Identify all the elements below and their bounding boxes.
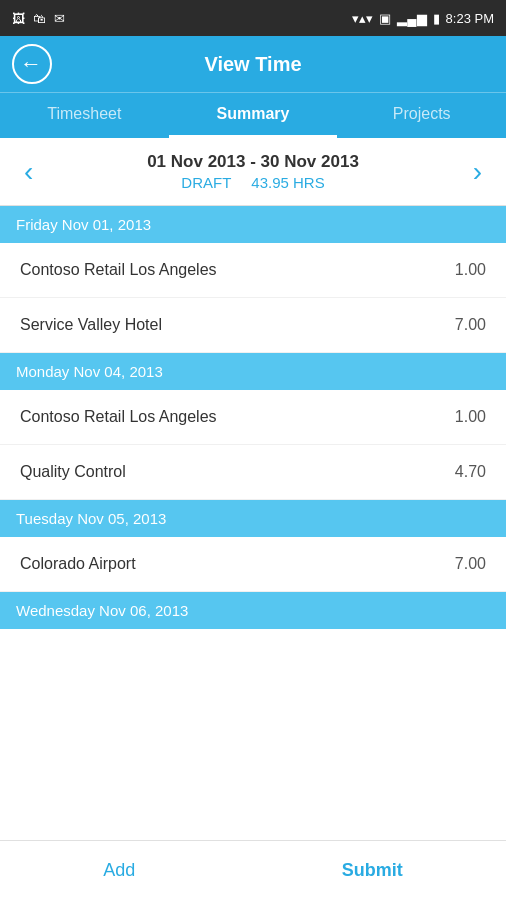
entry-name: Contoso Retail Los Angeles bbox=[20, 408, 217, 426]
tab-summary[interactable]: Summary bbox=[169, 93, 338, 138]
day-header: Friday Nov 01, 2013 bbox=[0, 206, 506, 243]
image-icon: 🖼 bbox=[12, 11, 25, 26]
entry-row[interactable]: Quality Control 4.70 bbox=[0, 445, 506, 500]
entry-hours: 7.00 bbox=[455, 555, 486, 573]
battery-icon: ▮ bbox=[433, 11, 440, 26]
date-range: 01 Nov 2013 - 30 Nov 2013 bbox=[147, 152, 359, 172]
sim-icon: ▣ bbox=[379, 11, 391, 26]
entry-name: Service Valley Hotel bbox=[20, 316, 162, 334]
entry-hours: 1.00 bbox=[455, 408, 486, 426]
day-header: Tuesday Nov 05, 2013 bbox=[0, 500, 506, 537]
back-button[interactable]: ← bbox=[12, 44, 52, 84]
entry-name: Colorado Airport bbox=[20, 555, 136, 573]
time-list: Friday Nov 01, 2013 Contoso Retail Los A… bbox=[0, 206, 506, 766]
mail-icon: ✉ bbox=[54, 11, 65, 26]
entry-row[interactable]: Contoso Retail Los Angeles 1.00 bbox=[0, 390, 506, 445]
entry-row[interactable]: Colorado Airport 7.00 bbox=[0, 537, 506, 592]
tab-projects[interactable]: Projects bbox=[337, 93, 506, 138]
entry-hours: 1.00 bbox=[455, 261, 486, 279]
tab-bar: Timesheet Summary Projects bbox=[0, 92, 506, 138]
total-hours: 43.95 HRS bbox=[251, 174, 324, 191]
entry-name: Contoso Retail Los Angeles bbox=[20, 261, 217, 279]
signal-icon: ▂▄▆ bbox=[397, 11, 426, 26]
back-arrow-icon: ← bbox=[20, 53, 42, 75]
date-meta: DRAFT 43.95 HRS bbox=[147, 174, 359, 191]
wifi-icon: ▾▴▾ bbox=[352, 11, 373, 26]
prev-date-button[interactable]: ‹ bbox=[16, 156, 41, 188]
status-bar: 🖼 🛍 ✉ ▾▴▾ ▣ ▂▄▆ ▮ 8:23 PM bbox=[0, 0, 506, 36]
next-date-button[interactable]: › bbox=[465, 156, 490, 188]
date-navigation: ‹ 01 Nov 2013 - 30 Nov 2013 DRAFT 43.95 … bbox=[0, 138, 506, 206]
entry-row[interactable]: Service Valley Hotel 7.00 bbox=[0, 298, 506, 353]
shop-icon: 🛍 bbox=[33, 11, 46, 26]
header-title: View Time bbox=[204, 53, 301, 76]
day-header: Wednesday Nov 06, 2013 bbox=[0, 592, 506, 629]
draft-status: DRAFT bbox=[181, 174, 231, 191]
header: ← View Time bbox=[0, 36, 506, 92]
entry-name: Quality Control bbox=[20, 463, 126, 481]
status-icons-left: 🖼 🛍 ✉ bbox=[12, 11, 65, 26]
bottom-bar: Add Submit bbox=[0, 840, 506, 900]
entry-row[interactable]: Contoso Retail Los Angeles 1.00 bbox=[0, 243, 506, 298]
entry-hours: 7.00 bbox=[455, 316, 486, 334]
submit-button[interactable]: Submit bbox=[342, 860, 403, 881]
entry-hours: 4.70 bbox=[455, 463, 486, 481]
status-icons-right: ▾▴▾ ▣ ▂▄▆ ▮ 8:23 PM bbox=[352, 11, 494, 26]
tab-timesheet[interactable]: Timesheet bbox=[0, 93, 169, 138]
date-info: 01 Nov 2013 - 30 Nov 2013 DRAFT 43.95 HR… bbox=[147, 152, 359, 191]
day-header: Monday Nov 04, 2013 bbox=[0, 353, 506, 390]
clock: 8:23 PM bbox=[446, 11, 494, 26]
add-button[interactable]: Add bbox=[103, 860, 135, 881]
